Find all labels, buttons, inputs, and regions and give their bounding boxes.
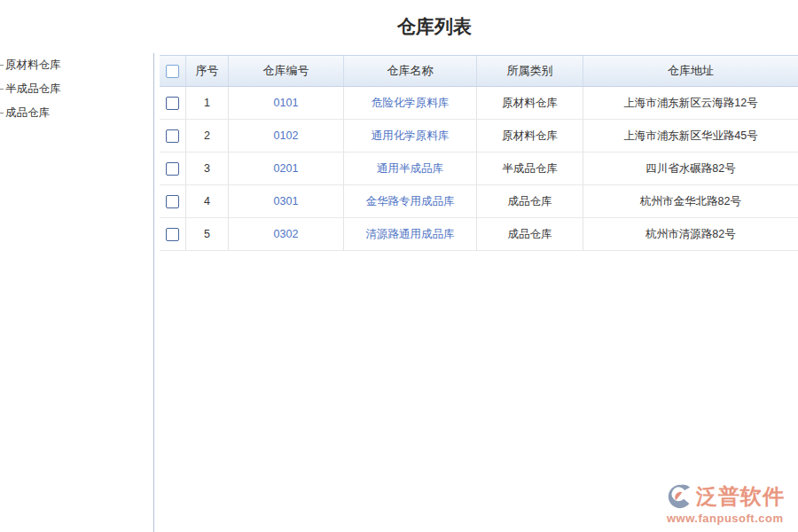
sidebar-item-semi-finished-warehouse[interactable]: 半成品仓库: [0, 77, 153, 101]
watermark-brand-text: 泛普软件: [696, 482, 785, 511]
table-row: 4 0301 金华路专用成品库 成品仓库 杭州市金华北路82号: [160, 185, 798, 218]
row-category: 原材料仓库: [477, 120, 583, 152]
warehouse-code-link[interactable]: 0302: [274, 228, 299, 240]
warehouse-code-link[interactable]: 0101: [274, 97, 299, 109]
row-address: 上海市浦东新区华业路45号: [583, 120, 798, 152]
warehouse-name-link[interactable]: 金华路专用成品库: [366, 194, 455, 209]
row-address: 四川省水碾路82号: [583, 153, 798, 184]
row-category: 成品仓库: [477, 185, 583, 217]
row-category: 半成品仓库: [477, 153, 583, 184]
row-category: 成品仓库: [477, 218, 583, 250]
table-row: 3 0201 通用半成品库 半成品仓库 四川省水碾路82号: [160, 153, 798, 185]
row-index: 2: [186, 120, 229, 152]
tree-connector-icon: [0, 65, 4, 66]
warehouse-table: 序号 仓库编号 仓库名称 所属类别 仓库地址 1 0101 危险化学原料库 原材…: [160, 55, 798, 251]
row-checkbox[interactable]: [166, 129, 179, 143]
fanpusoft-logo-icon: [667, 483, 693, 510]
sidebar-item-finished-warehouse[interactable]: 成品仓库: [0, 101, 153, 125]
warehouse-list-page: 仓库列表 原材料仓库 半成品仓库 成品仓库 序号 仓库编号 仓库名称 所属类别 …: [0, 0, 798, 532]
table-header-row: 序号 仓库编号 仓库名称 所属类别 仓库地址: [160, 55, 798, 87]
column-header-code: 仓库编号: [229, 56, 344, 86]
row-index: 5: [186, 218, 229, 250]
column-header-index: 序号: [186, 56, 229, 86]
column-header-name: 仓库名称: [344, 56, 477, 86]
row-checkbox[interactable]: [166, 162, 179, 176]
row-checkbox[interactable]: [166, 228, 179, 241]
column-header-category: 所属类别: [477, 56, 583, 86]
warehouse-name-link[interactable]: 通用半成品库: [377, 161, 443, 176]
row-address: 杭州市金华北路82号: [583, 185, 798, 217]
table-row: 5 0302 清源路通用成品库 成品仓库 杭州市清源路82号: [160, 218, 798, 251]
sidebar-item-label: 半成品仓库: [5, 77, 61, 101]
sidebar-item-label: 原材料仓库: [5, 53, 61, 77]
warehouse-code-link[interactable]: 0301: [274, 195, 299, 207]
category-tree: 原材料仓库 半成品仓库 成品仓库: [0, 53, 153, 125]
row-checkbox[interactable]: [166, 195, 179, 208]
row-checkbox[interactable]: [166, 97, 179, 110]
warehouse-name-link[interactable]: 清源路通用成品库: [366, 227, 455, 242]
table-row: 1 0101 危险化学原料库 原材料仓库 上海市浦东新区云海路12号: [160, 87, 798, 120]
row-address: 上海市浦东新区云海路12号: [583, 87, 798, 119]
watermark-url-text: www.fanpusoft.com: [667, 512, 791, 525]
select-all-checkbox[interactable]: [166, 65, 179, 78]
column-header-address: 仓库地址: [583, 56, 798, 86]
warehouse-code-link[interactable]: 0201: [274, 162, 299, 175]
page-title: 仓库列表: [0, 14, 798, 39]
warehouse-name-link[interactable]: 危险化学原料库: [372, 96, 450, 111]
fanpusoft-watermark: 泛普软件 www.fanpusoft.com: [667, 482, 791, 525]
table-row: 2 0102 通用化学原料库 原材料仓库 上海市浦东新区华业路45号: [160, 120, 798, 153]
sidebar-divider: [153, 53, 154, 532]
warehouse-name-link[interactable]: 通用化学原料库: [372, 129, 450, 144]
tree-connector-icon: [0, 89, 4, 90]
sidebar-item-label: 成品仓库: [5, 101, 50, 125]
row-category: 原材料仓库: [477, 87, 583, 119]
row-index: 1: [186, 87, 229, 119]
sidebar-item-raw-material-warehouse[interactable]: 原材料仓库: [0, 53, 153, 77]
warehouse-code-link[interactable]: 0102: [274, 129, 299, 142]
row-index: 4: [186, 185, 229, 217]
tree-connector-icon: [0, 113, 4, 113]
row-address: 杭州市清源路82号: [583, 218, 798, 250]
row-index: 3: [186, 153, 229, 184]
